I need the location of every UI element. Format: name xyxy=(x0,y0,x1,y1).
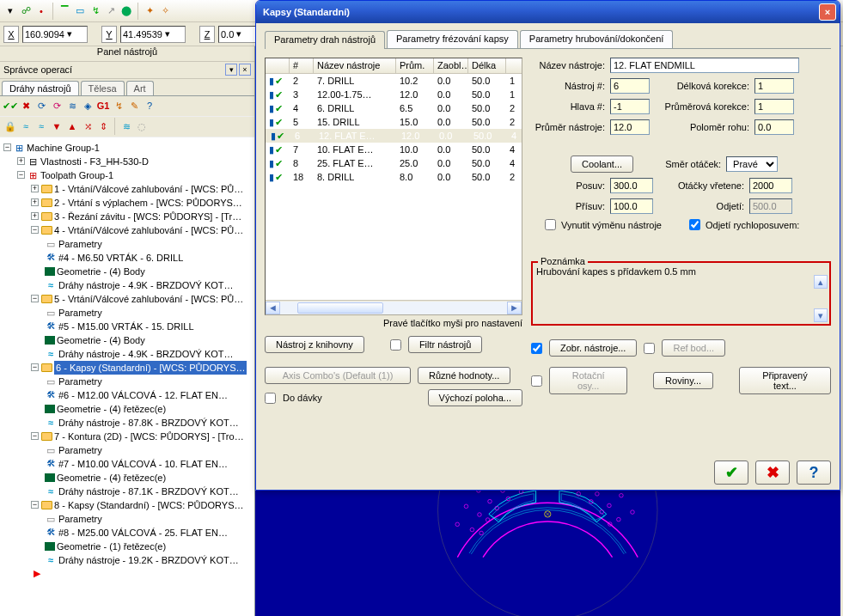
tree-operation-child[interactable]: ≈Dráhy nástroje - 87.8K - BRZDOVÝ KOT… xyxy=(45,416,253,430)
toggle-icon[interactable]: − xyxy=(31,363,39,371)
coolant-button[interactable]: Coolant... xyxy=(571,156,633,173)
polyline-icon[interactable]: ↯ xyxy=(89,4,102,18)
tool-list[interactable]: # Název nástroje Prům. Zaobl… Délka ▮✔ 2… xyxy=(265,58,522,315)
force-toolchange-checkbox[interactable] xyxy=(545,219,556,230)
scroll-left-icon[interactable]: ◄ xyxy=(266,302,280,314)
spindle-speed-field[interactable] xyxy=(749,178,792,193)
tree-operation-child[interactable]: 🛠#8 - M25.00 VÁLCOVÁ - 25. FLAT EN… xyxy=(45,526,253,540)
collapse-icon[interactable]: − xyxy=(3,143,11,151)
tree-operation-child[interactable]: ≈Dráhy nástroje - 87.1K - BRZDOVÝ KOT… xyxy=(45,485,253,498)
tree-operation[interactable]: 1 - Vrtání/Válcové zahlubování - [WCS: P… xyxy=(54,182,243,196)
post-icon[interactable]: G1 xyxy=(96,99,110,113)
tool-row[interactable]: ▮✔ 27. DRILL 10.20.050.01 xyxy=(266,74,522,88)
brush-icon[interactable]: ✦ xyxy=(143,4,156,18)
tool-no-field[interactable] xyxy=(610,78,650,94)
tree-operation-child[interactable]: ≈Dráhy nástroje - 4.9K - BRZDOVÝ KOT… xyxy=(45,278,253,292)
scroll-down-icon[interactable]: ▾ xyxy=(814,308,828,322)
misc-values-button[interactable]: Různé hodnoty... xyxy=(418,367,510,384)
home-pos-button[interactable]: Výchozí poloha... xyxy=(428,389,522,406)
rotary-checkbox[interactable] xyxy=(531,375,542,387)
anchor-icon[interactable]: ☍ xyxy=(19,4,33,18)
ops-options-icon[interactable]: ✎ xyxy=(127,99,141,113)
tool-dia-field[interactable] xyxy=(610,119,650,135)
expand-icon[interactable]: + xyxy=(17,157,25,165)
help-icon[interactable]: ? xyxy=(143,99,156,113)
toggle-icon[interactable]: − xyxy=(31,295,39,302)
tree-operation-child[interactable]: ▭Parametry xyxy=(45,512,253,526)
z-label[interactable]: Z xyxy=(199,26,215,43)
brush2-icon[interactable]: ✧ xyxy=(158,4,172,18)
tool-icon[interactable]: ▾ xyxy=(3,4,17,18)
tree-operation-child[interactable]: ▭Parametry xyxy=(45,237,253,251)
y-label[interactable]: Y xyxy=(101,26,117,43)
tree-operation-child[interactable]: ▭Parametry xyxy=(45,375,253,388)
point-icon[interactable]: • xyxy=(34,4,48,18)
tree-operation-child[interactable]: Geometrie - (4) řetězec(e) xyxy=(45,471,253,485)
x-field[interactable]: 160.9094 ▾ xyxy=(22,26,88,43)
tool-row[interactable]: ▮✔ 188. DRILL 8.00.050.02 xyxy=(266,170,522,184)
verify-icon[interactable]: ◈ xyxy=(81,99,95,113)
select-all-icon[interactable]: ✔✔ xyxy=(3,99,17,113)
tree-machine-group[interactable]: Machine Group-1 xyxy=(27,141,100,155)
scroll-up-icon[interactable]: ▴ xyxy=(814,275,828,289)
display2-icon[interactable]: ≈ xyxy=(34,119,48,133)
feed-field[interactable] xyxy=(610,178,653,193)
refpoint-checkbox[interactable] xyxy=(644,343,655,354)
scroll-thumb[interactable] xyxy=(297,302,383,314)
tab-pocket-params[interactable]: Parametry frézování kapsy xyxy=(387,30,518,48)
tool-row[interactable]: ▮✔ 825. FLAT E… 25.00.050.04 xyxy=(266,156,522,170)
tree-operation[interactable]: 7 - Kontura (2D) - [WCS: PŮDORYS] - [Tro… xyxy=(54,430,244,443)
rect-icon[interactable]: ▭ xyxy=(73,4,87,18)
operations-tree[interactable]: −⊞Machine Group-1 +⊟Vlastnosti - F3_HH-5… xyxy=(0,137,254,616)
x-label[interactable]: X xyxy=(3,26,19,43)
spindle-dir-select[interactable]: Pravé xyxy=(726,156,778,172)
toggle-icon[interactable]: − xyxy=(31,226,39,234)
toggle-icon[interactable]: + xyxy=(31,185,39,192)
tab-art[interactable]: Art xyxy=(126,81,154,95)
col-rad[interactable]: Zaobl… xyxy=(434,58,468,73)
scroll-right-icon[interactable]: ► xyxy=(507,302,522,314)
batch-checkbox[interactable] xyxy=(265,393,276,404)
tool-row[interactable]: ▮✔ 612. FLAT E… 12.00.050.04 xyxy=(266,129,522,143)
planes-button[interactable]: Roviny... xyxy=(653,372,713,389)
library-button[interactable]: Nástroj z knihovny xyxy=(265,336,364,353)
display-icon[interactable]: ≈ xyxy=(19,119,33,133)
move-up-icon[interactable]: ▲ xyxy=(65,119,79,133)
tree-operation-child[interactable]: 🛠#5 - M15.00 VRTÁK - 15. DRILL xyxy=(45,320,253,333)
ok-button[interactable]: ✔ xyxy=(714,460,748,485)
regen-icon[interactable]: ⟳ xyxy=(34,99,48,113)
tree-operation[interactable]: 4 - Vrtání/Válcové zahlubování - [WCS: P… xyxy=(54,223,243,237)
tool-row[interactable]: ▮✔ 46. DRILL 6.50.050.02 xyxy=(266,101,522,115)
tab-rough-finish[interactable]: Parametry hrubování/dokončení xyxy=(520,30,674,48)
show-only-icon[interactable]: ≋ xyxy=(119,119,133,133)
tree-operation-child[interactable]: ≈Dráhy nástroje - 19.2K - BRZDOVÝ KOT… xyxy=(45,553,253,567)
show-tool-button[interactable]: Zobr. nástroje... xyxy=(549,339,637,357)
dialog-titlebar[interactable]: Kapsy (Standardní) × xyxy=(256,1,840,23)
tree-operation-child[interactable]: ▭Parametry xyxy=(45,306,253,320)
tree-toolpath-group[interactable]: Toolpath Group-1 xyxy=(40,168,113,182)
insert-marker-icon[interactable]: ▶ xyxy=(31,567,43,579)
tree-operation-child[interactable]: Geometrie - (1) řetězec(e) xyxy=(45,540,253,553)
move-down-icon[interactable]: ▼ xyxy=(50,119,64,133)
tree-operation-child[interactable]: 🛠#4 - M6.50 VRTÁK - 6. DRILL xyxy=(45,251,253,265)
dia-offset-field[interactable] xyxy=(754,99,794,114)
ghost-icon[interactable]: ◌ xyxy=(135,119,149,133)
tree-operation-child[interactable]: 🛠#7 - M10.00 VÁLCOVÁ - 10. FLAT EN… xyxy=(45,457,253,471)
expand-icon[interactable]: ⇕ xyxy=(96,119,110,133)
path-icon[interactable]: ↗ xyxy=(104,4,118,18)
cancel-button[interactable]: ✖ xyxy=(755,460,790,485)
tree-operation-child[interactable]: 🛠#6 - M12.00 VÁLCOVÁ - 12. FLAT EN… xyxy=(45,388,253,402)
tab-tool-params[interactable]: Parametry drah nástrojů xyxy=(265,31,385,49)
tree-operation[interactable]: 8 - Kapsy (Standardní) - [WCS: PŮDORYS… xyxy=(54,498,243,512)
corner-rad-field[interactable] xyxy=(754,119,794,135)
y-field[interactable]: 41.49539 ▾ xyxy=(120,26,186,43)
filter-button[interactable]: Filtr nástrojů xyxy=(408,336,483,353)
tree-operation[interactable]: 5 - Vrtání/Válcové zahlubování - [WCS: P… xyxy=(54,292,243,306)
col-dia[interactable]: Prům. xyxy=(396,58,434,73)
head-no-field[interactable] xyxy=(610,99,650,114)
tool-row[interactable]: ▮✔ 515. DRILL 15.00.050.02 xyxy=(266,115,522,129)
show-tool-checkbox[interactable] xyxy=(531,343,542,354)
cylinder-icon[interactable]: ⬤ xyxy=(119,4,133,18)
tree-operation-child[interactable]: ▭Parametry xyxy=(45,443,253,457)
graphics-viewport[interactable] xyxy=(255,491,840,616)
